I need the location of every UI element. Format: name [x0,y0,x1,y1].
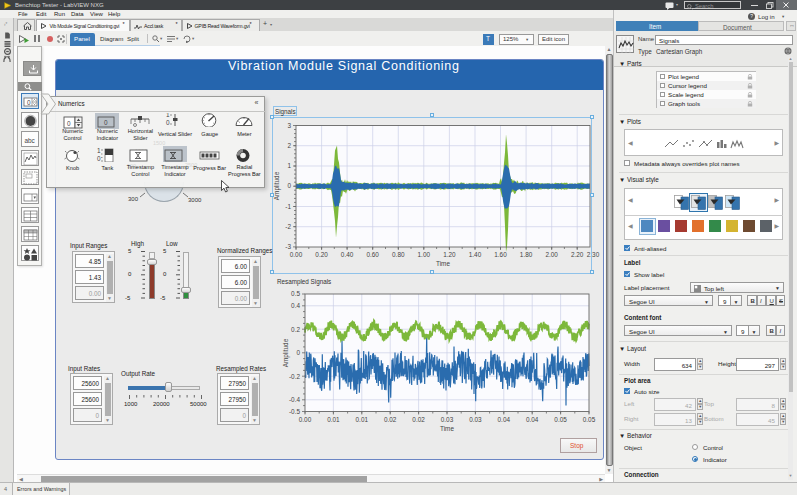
svg-text:1: 1 [166,113,170,118]
svg-text:0.2: 0.2 [291,326,300,333]
svg-text:0: 0 [97,155,101,162]
svg-text:0.5: 0.5 [291,290,300,297]
svg-text:Time: Time [440,425,454,432]
svg-text:0: 0 [104,119,108,126]
svg-text:0.04: 0.04 [498,416,511,423]
svg-text:0: 0 [166,119,170,126]
svg-text:0.03: 0.03 [441,416,454,423]
svg-text:0.03: 0.03 [469,416,482,423]
svg-text:0.00: 0.00 [299,416,312,423]
svg-text:-0.4: -0.4 [289,396,300,403]
svg-text:0.02: 0.02 [412,416,425,423]
svg-text:0.04: 0.04 [526,416,539,423]
svg-text:0.02: 0.02 [384,416,397,423]
svg-text:0.01: 0.01 [356,416,369,423]
svg-text:-0.2: -0.2 [289,373,300,380]
svg-text:-0.5: -0.5 [289,408,300,415]
svg-text:1: 1 [97,148,101,154]
svg-text:0: 0 [296,349,300,356]
svg-text:0: 0 [27,98,31,105]
svg-text:0.05: 0.05 [554,416,567,423]
svg-text:0.05: 0.05 [583,416,596,423]
svg-text:abc: abc [25,137,36,144]
svg-text:0: 0 [67,120,71,127]
svg-text:0.01: 0.01 [327,416,340,423]
svg-text:Amplitude: Amplitude [282,338,290,367]
svg-text:0.4: 0.4 [291,302,300,309]
